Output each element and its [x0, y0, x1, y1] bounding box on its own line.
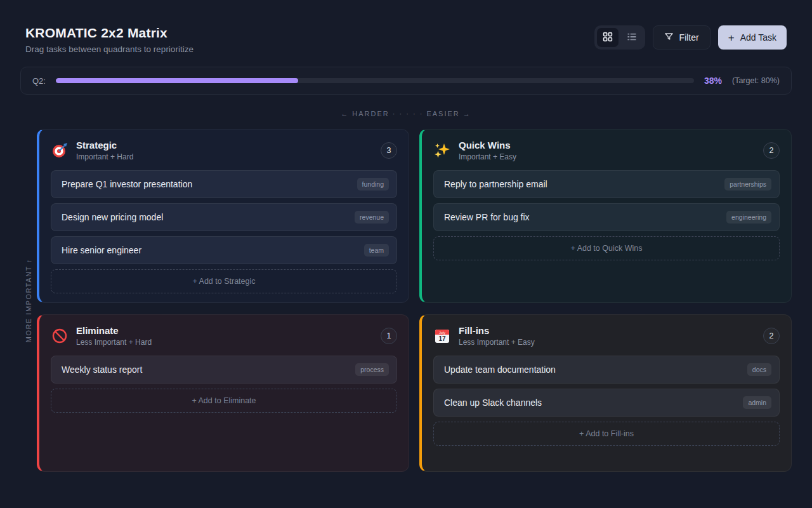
task-list: Reply to partnership email partnerships … [433, 170, 780, 260]
task-card[interactable]: Design new pricing model revenue [51, 203, 397, 231]
q2-target-label: (Target: 80%) [732, 76, 780, 85]
target-icon [51, 142, 69, 159]
add-task-label: Add Task [740, 32, 776, 43]
quadrant-subtitle: Less Important + Easy [459, 338, 535, 347]
task-list: Prepare Q1 investor presentation funding… [51, 170, 397, 293]
quadrant-strategic: Strategic Important + Hard 3 Prepare Q1 … [37, 129, 409, 303]
task-title: Clean up Slack channels [444, 398, 542, 408]
view-toggle [594, 25, 645, 50]
calendar-icon: July 17 [433, 327, 451, 345]
app-root: KROMATIC 2x2 Matrix Drag tasks between q… [0, 0, 812, 472]
task-title: Prepare Q1 investor presentation [62, 179, 192, 189]
q2-label: Q2: [32, 76, 46, 86]
quadrant-titles: Strategic Important + Hard [76, 140, 133, 161]
task-list: Weekly status report process + Add to El… [51, 356, 397, 413]
task-title: Review PR for bug fix [444, 212, 530, 222]
quadrant-quick-wins: Quick Wins Important + Easy 2 Reply to p… [419, 129, 792, 303]
quadrant-title: Fill-ins [459, 325, 535, 336]
filter-icon [664, 32, 674, 43]
task-card[interactable]: Weekly status report process [51, 356, 397, 384]
task-tag: docs [747, 363, 771, 376]
task-card[interactable]: Update team documentation docs [433, 356, 780, 384]
quadrant-titles: Quick Wins Important + Easy [459, 140, 516, 161]
plus-icon: + [728, 32, 735, 43]
importance-axis: MORE IMPORTANT ↑ [20, 129, 37, 472]
quadrant-title: Strategic [76, 140, 133, 150]
task-card[interactable]: Reply to partnership email partnerships [433, 170, 780, 198]
add-to-quick-wins-button[interactable]: + Add to Quick Wins [433, 236, 780, 260]
task-title: Update team documentation [444, 364, 556, 375]
importance-axis-label: MORE IMPORTANT ↑ [25, 258, 32, 342]
q2-progress-card: Q2: 38% (Target: 80%) [20, 67, 792, 95]
task-card[interactable]: Hire senior engineer team [51, 236, 397, 264]
page-title: KROMATIC 2x2 Matrix [25, 25, 193, 41]
grid-icon [603, 32, 613, 44]
task-title: Reply to partnership email [444, 179, 547, 189]
quadrant-titles: Eliminate Less Important + Hard [76, 325, 152, 347]
svg-text:July: July [439, 331, 445, 335]
filter-label: Filter [679, 32, 699, 43]
task-tag: admin [743, 396, 771, 409]
task-list: Update team documentation docs Clean up … [433, 356, 780, 446]
quadrant-header: Quick Wins Important + Easy 2 [433, 140, 780, 161]
q2-progress-fill [56, 78, 298, 83]
task-tag: partnerships [724, 178, 771, 190]
task-count-badge: 2 [763, 142, 780, 159]
quadrant-header: Strategic Important + Hard 3 [51, 140, 397, 161]
list-view-button[interactable] [621, 28, 643, 47]
quadrant-title: Quick Wins [459, 140, 516, 150]
q2-progress-track [56, 78, 694, 83]
header-titles: KROMATIC 2x2 Matrix Drag tasks between q… [25, 25, 193, 54]
task-tag: team [364, 244, 389, 257]
add-task-button[interactable]: + Add Task [718, 25, 787, 50]
add-to-strategic-button[interactable]: + Add to Strategic [51, 269, 397, 293]
svg-text:17: 17 [438, 335, 446, 342]
quadrant-header: Eliminate Less Important + Hard 1 [51, 325, 397, 347]
task-card[interactable]: Prepare Q1 investor presentation funding [51, 170, 397, 198]
add-to-fill-ins-button[interactable]: + Add to Fill-ins [433, 422, 780, 446]
task-tag: process [355, 363, 389, 376]
quadrant-subtitle: Important + Hard [76, 152, 133, 161]
task-card[interactable]: Review PR for bug fix engineering [433, 203, 780, 231]
task-tag: engineering [726, 211, 771, 224]
quadrant-header: July 17 Fill-ins Less Important + Easy 2 [433, 325, 780, 347]
add-to-eliminate-button[interactable]: + Add to Eliminate [51, 389, 397, 413]
q2-percent-value: 38% [704, 76, 722, 86]
task-title: Hire senior engineer [62, 245, 141, 255]
sparkles-icon [433, 142, 451, 159]
task-title: Weekly status report [62, 364, 142, 375]
page-subtitle: Drag tasks between quadrants to repriori… [25, 44, 193, 54]
no-entry-icon [51, 327, 69, 345]
difficulty-axis-label: ← HARDER · · · · · EASIER → [20, 110, 792, 117]
filter-button[interactable]: Filter [653, 25, 710, 50]
task-count-badge: 2 [763, 328, 780, 344]
header-actions: Filter + Add Task [594, 25, 787, 50]
quadrant-fill-ins: July 17 Fill-ins Less Important + Easy 2… [419, 314, 792, 472]
quadrant-eliminate: Eliminate Less Important + Hard 1 Weekly… [37, 314, 409, 472]
quadrant-titles: Fill-ins Less Important + Easy [459, 325, 535, 347]
task-tag: funding [357, 178, 389, 190]
list-icon [627, 32, 637, 44]
quadrant-subtitle: Important + Easy [459, 152, 516, 161]
task-card[interactable]: Clean up Slack channels admin [433, 389, 780, 417]
task-title: Design new pricing model [62, 212, 163, 222]
quadrant-grid: Strategic Important + Hard 3 Prepare Q1 … [37, 129, 792, 472]
matrix: MORE IMPORTANT ↑ St [20, 129, 792, 472]
task-count-badge: 3 [381, 142, 397, 159]
task-tag: revenue [355, 211, 389, 224]
header: KROMATIC 2x2 Matrix Drag tasks between q… [20, 20, 792, 54]
quadrant-title: Eliminate [76, 325, 152, 336]
task-count-badge: 1 [381, 328, 397, 344]
quadrant-subtitle: Less Important + Hard [76, 338, 152, 347]
grid-view-button[interactable] [597, 28, 619, 47]
